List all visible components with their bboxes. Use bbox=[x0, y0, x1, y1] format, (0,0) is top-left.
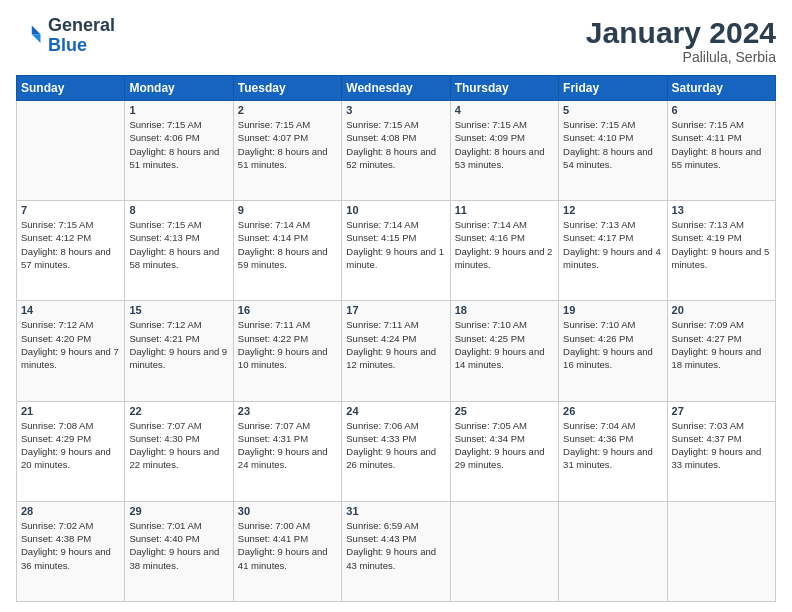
calendar-cell: 5Sunrise: 7:15 AMSunset: 4:10 PMDaylight… bbox=[559, 101, 667, 201]
day-number: 27 bbox=[672, 405, 771, 417]
day-number: 8 bbox=[129, 204, 228, 216]
day-number: 2 bbox=[238, 104, 337, 116]
logo-text: General Blue bbox=[48, 16, 115, 56]
day-number: 7 bbox=[21, 204, 120, 216]
day-info: Sunrise: 7:08 AMSunset: 4:29 PMDaylight:… bbox=[21, 419, 120, 472]
day-info: Sunrise: 7:15 AMSunset: 4:07 PMDaylight:… bbox=[238, 118, 337, 171]
calendar-cell bbox=[559, 501, 667, 601]
week-row-3: 14Sunrise: 7:12 AMSunset: 4:20 PMDayligh… bbox=[17, 301, 776, 401]
day-info: Sunrise: 7:15 AMSunset: 4:09 PMDaylight:… bbox=[455, 118, 554, 171]
day-info: Sunrise: 7:01 AMSunset: 4:40 PMDaylight:… bbox=[129, 519, 228, 572]
day-number: 18 bbox=[455, 304, 554, 316]
calendar-header-row: SundayMondayTuesdayWednesdayThursdayFrid… bbox=[17, 76, 776, 101]
calendar-cell: 24Sunrise: 7:06 AMSunset: 4:33 PMDayligh… bbox=[342, 401, 450, 501]
calendar-cell: 31Sunrise: 6:59 AMSunset: 4:43 PMDayligh… bbox=[342, 501, 450, 601]
day-number: 13 bbox=[672, 204, 771, 216]
calendar-cell: 13Sunrise: 7:13 AMSunset: 4:19 PMDayligh… bbox=[667, 201, 775, 301]
calendar-cell: 12Sunrise: 7:13 AMSunset: 4:17 PMDayligh… bbox=[559, 201, 667, 301]
calendar-cell: 10Sunrise: 7:14 AMSunset: 4:15 PMDayligh… bbox=[342, 201, 450, 301]
col-header-tuesday: Tuesday bbox=[233, 76, 341, 101]
calendar-cell: 7Sunrise: 7:15 AMSunset: 4:12 PMDaylight… bbox=[17, 201, 125, 301]
day-number: 10 bbox=[346, 204, 445, 216]
calendar-cell: 29Sunrise: 7:01 AMSunset: 4:40 PMDayligh… bbox=[125, 501, 233, 601]
calendar-cell: 22Sunrise: 7:07 AMSunset: 4:30 PMDayligh… bbox=[125, 401, 233, 501]
day-number: 24 bbox=[346, 405, 445, 417]
calendar-cell: 3Sunrise: 7:15 AMSunset: 4:08 PMDaylight… bbox=[342, 101, 450, 201]
day-number: 17 bbox=[346, 304, 445, 316]
week-row-4: 21Sunrise: 7:08 AMSunset: 4:29 PMDayligh… bbox=[17, 401, 776, 501]
calendar-cell bbox=[667, 501, 775, 601]
col-header-monday: Monday bbox=[125, 76, 233, 101]
day-number: 23 bbox=[238, 405, 337, 417]
day-number: 25 bbox=[455, 405, 554, 417]
calendar-cell: 1Sunrise: 7:15 AMSunset: 4:06 PMDaylight… bbox=[125, 101, 233, 201]
calendar-cell bbox=[450, 501, 558, 601]
svg-marker-0 bbox=[32, 25, 41, 34]
col-header-sunday: Sunday bbox=[17, 76, 125, 101]
calendar-cell: 11Sunrise: 7:14 AMSunset: 4:16 PMDayligh… bbox=[450, 201, 558, 301]
header: General Blue January 2024 Palilula, Serb… bbox=[16, 16, 776, 65]
calendar-cell: 6Sunrise: 7:15 AMSunset: 4:11 PMDaylight… bbox=[667, 101, 775, 201]
svg-marker-1 bbox=[32, 34, 41, 43]
day-info: Sunrise: 7:15 AMSunset: 4:10 PMDaylight:… bbox=[563, 118, 662, 171]
day-info: Sunrise: 7:15 AMSunset: 4:13 PMDaylight:… bbox=[129, 218, 228, 271]
sub-title: Palilula, Serbia bbox=[586, 49, 776, 65]
day-info: Sunrise: 7:14 AMSunset: 4:14 PMDaylight:… bbox=[238, 218, 337, 271]
calendar-cell: 18Sunrise: 7:10 AMSunset: 4:25 PMDayligh… bbox=[450, 301, 558, 401]
day-info: Sunrise: 6:59 AMSunset: 4:43 PMDaylight:… bbox=[346, 519, 445, 572]
day-info: Sunrise: 7:10 AMSunset: 4:25 PMDaylight:… bbox=[455, 318, 554, 371]
calendar-cell: 2Sunrise: 7:15 AMSunset: 4:07 PMDaylight… bbox=[233, 101, 341, 201]
calendar-cell: 19Sunrise: 7:10 AMSunset: 4:26 PMDayligh… bbox=[559, 301, 667, 401]
calendar-cell: 4Sunrise: 7:15 AMSunset: 4:09 PMDaylight… bbox=[450, 101, 558, 201]
day-number: 3 bbox=[346, 104, 445, 116]
day-number: 29 bbox=[129, 505, 228, 517]
day-info: Sunrise: 7:15 AMSunset: 4:12 PMDaylight:… bbox=[21, 218, 120, 271]
day-info: Sunrise: 7:14 AMSunset: 4:16 PMDaylight:… bbox=[455, 218, 554, 271]
day-number: 19 bbox=[563, 304, 662, 316]
day-info: Sunrise: 7:12 AMSunset: 4:20 PMDaylight:… bbox=[21, 318, 120, 371]
day-info: Sunrise: 7:07 AMSunset: 4:30 PMDaylight:… bbox=[129, 419, 228, 472]
day-info: Sunrise: 7:15 AMSunset: 4:06 PMDaylight:… bbox=[129, 118, 228, 171]
day-number: 16 bbox=[238, 304, 337, 316]
day-info: Sunrise: 7:09 AMSunset: 4:27 PMDaylight:… bbox=[672, 318, 771, 371]
day-info: Sunrise: 7:15 AMSunset: 4:08 PMDaylight:… bbox=[346, 118, 445, 171]
day-number: 5 bbox=[563, 104, 662, 116]
calendar-cell: 15Sunrise: 7:12 AMSunset: 4:21 PMDayligh… bbox=[125, 301, 233, 401]
day-info: Sunrise: 7:14 AMSunset: 4:15 PMDaylight:… bbox=[346, 218, 445, 271]
day-info: Sunrise: 7:13 AMSunset: 4:17 PMDaylight:… bbox=[563, 218, 662, 271]
day-info: Sunrise: 7:13 AMSunset: 4:19 PMDaylight:… bbox=[672, 218, 771, 271]
day-number: 31 bbox=[346, 505, 445, 517]
day-number: 15 bbox=[129, 304, 228, 316]
col-header-thursday: Thursday bbox=[450, 76, 558, 101]
day-number: 22 bbox=[129, 405, 228, 417]
day-number: 4 bbox=[455, 104, 554, 116]
day-number: 9 bbox=[238, 204, 337, 216]
calendar-cell: 20Sunrise: 7:09 AMSunset: 4:27 PMDayligh… bbox=[667, 301, 775, 401]
day-info: Sunrise: 7:00 AMSunset: 4:41 PMDaylight:… bbox=[238, 519, 337, 572]
day-number: 11 bbox=[455, 204, 554, 216]
col-header-saturday: Saturday bbox=[667, 76, 775, 101]
calendar-cell: 30Sunrise: 7:00 AMSunset: 4:41 PMDayligh… bbox=[233, 501, 341, 601]
day-number: 1 bbox=[129, 104, 228, 116]
day-info: Sunrise: 7:06 AMSunset: 4:33 PMDaylight:… bbox=[346, 419, 445, 472]
calendar-table: SundayMondayTuesdayWednesdayThursdayFrid… bbox=[16, 75, 776, 602]
calendar-cell bbox=[17, 101, 125, 201]
calendar-cell: 28Sunrise: 7:02 AMSunset: 4:38 PMDayligh… bbox=[17, 501, 125, 601]
col-header-wednesday: Wednesday bbox=[342, 76, 450, 101]
day-info: Sunrise: 7:07 AMSunset: 4:31 PMDaylight:… bbox=[238, 419, 337, 472]
calendar-cell: 23Sunrise: 7:07 AMSunset: 4:31 PMDayligh… bbox=[233, 401, 341, 501]
logo: General Blue bbox=[16, 16, 115, 56]
day-info: Sunrise: 7:11 AMSunset: 4:24 PMDaylight:… bbox=[346, 318, 445, 371]
day-info: Sunrise: 7:15 AMSunset: 4:11 PMDaylight:… bbox=[672, 118, 771, 171]
day-info: Sunrise: 7:05 AMSunset: 4:34 PMDaylight:… bbox=[455, 419, 554, 472]
day-number: 12 bbox=[563, 204, 662, 216]
title-area: January 2024 Palilula, Serbia bbox=[586, 16, 776, 65]
day-info: Sunrise: 7:02 AMSunset: 4:38 PMDaylight:… bbox=[21, 519, 120, 572]
day-number: 30 bbox=[238, 505, 337, 517]
col-header-friday: Friday bbox=[559, 76, 667, 101]
day-number: 14 bbox=[21, 304, 120, 316]
calendar-cell: 26Sunrise: 7:04 AMSunset: 4:36 PMDayligh… bbox=[559, 401, 667, 501]
day-number: 28 bbox=[21, 505, 120, 517]
day-info: Sunrise: 7:04 AMSunset: 4:36 PMDaylight:… bbox=[563, 419, 662, 472]
day-info: Sunrise: 7:03 AMSunset: 4:37 PMDaylight:… bbox=[672, 419, 771, 472]
